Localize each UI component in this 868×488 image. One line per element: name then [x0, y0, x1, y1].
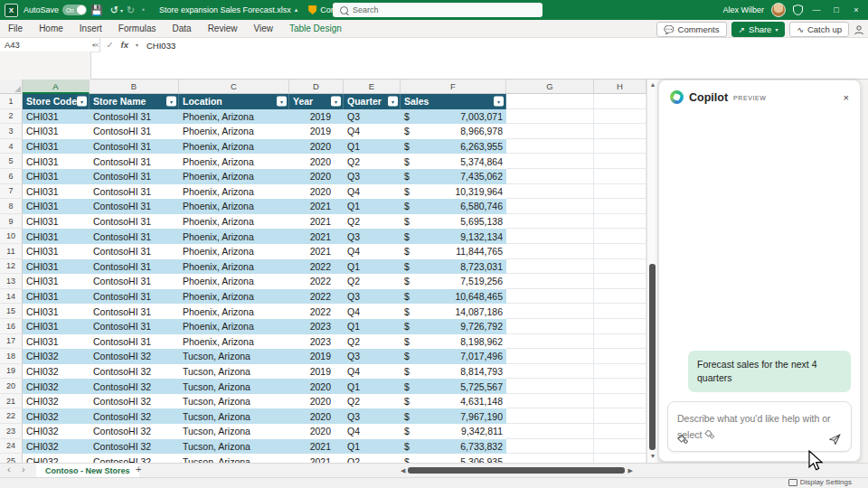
- cell[interactable]: CHI031: [23, 274, 90, 289]
- cell[interactable]: Q4: [344, 124, 401, 139]
- share-button[interactable]: ↗ Share ▾: [731, 22, 786, 37]
- cell[interactable]: ContosoHI 31: [90, 109, 179, 125]
- cell[interactable]: ContosoHI 31: [90, 319, 179, 334]
- cell[interactable]: ContosoHI 32: [90, 364, 179, 380]
- cell[interactable]: ContosoHI 32: [90, 408, 179, 424]
- row-number[interactable]: 11: [0, 244, 23, 259]
- empty-cell[interactable]: [506, 364, 594, 380]
- row-number[interactable]: 5: [0, 154, 23, 169]
- cell[interactable]: 2020: [289, 139, 344, 155]
- cell[interactable]: ContosoHI 31: [90, 124, 179, 139]
- restore-button[interactable]: □: [830, 5, 843, 14]
- filter-icon[interactable]: ▾: [277, 97, 287, 107]
- row-number[interactable]: 14: [0, 289, 23, 305]
- cancel-entry-icon[interactable]: ×: [94, 40, 99, 50]
- cell[interactable]: Q1: [344, 199, 401, 214]
- empty-cell[interactable]: [594, 184, 646, 200]
- cell[interactable]: Tucson, Arizona: [179, 454, 289, 463]
- column-header-f[interactable]: F: [401, 80, 506, 94]
- cell[interactable]: 2021: [289, 199, 344, 214]
- cell[interactable]: Phoenix, Arizona: [179, 214, 289, 230]
- scroll-right-icon[interactable]: ▶: [627, 467, 632, 474]
- people-icon[interactable]: [854, 24, 864, 35]
- cell[interactable]: $14,087,186: [401, 304, 506, 319]
- cell[interactable]: Q2: [344, 454, 401, 463]
- cell[interactable]: Q1: [344, 319, 401, 334]
- copilot-input[interactable]: Describe what you'd like help with or se…: [667, 401, 852, 452]
- empty-cell[interactable]: [506, 439, 594, 455]
- cell[interactable]: Phoenix, Arizona: [179, 139, 289, 155]
- share-dropdown-icon[interactable]: ▾: [775, 26, 778, 33]
- cell[interactable]: Phoenix, Arizona: [179, 184, 289, 200]
- cell[interactable]: CHI031: [23, 139, 90, 155]
- empty-cell[interactable]: [594, 214, 646, 230]
- cell[interactable]: ContosoHI 32: [90, 379, 179, 394]
- cell[interactable]: Q3: [344, 289, 401, 305]
- confirm-entry-icon[interactable]: ✓: [107, 40, 114, 50]
- cell[interactable]: Q1: [344, 139, 401, 155]
- cell[interactable]: $6,733,832: [401, 439, 506, 455]
- empty-cell[interactable]: [594, 154, 646, 169]
- cell[interactable]: $10,319,964: [401, 184, 506, 200]
- autosave-toggle[interactable]: AutoSave On: [24, 5, 87, 15]
- cell[interactable]: ContosoHI 31: [90, 259, 179, 275]
- empty-cell[interactable]: [506, 454, 594, 463]
- empty-cell[interactable]: [506, 244, 594, 259]
- column-header-a[interactable]: A: [23, 80, 90, 94]
- empty-cell[interactable]: [594, 349, 646, 364]
- empty-cell[interactable]: [506, 334, 594, 350]
- empty-cell[interactable]: [594, 364, 646, 380]
- send-icon[interactable]: [828, 433, 842, 446]
- row-number[interactable]: 22: [0, 408, 23, 424]
- row-number[interactable]: 12: [0, 259, 23, 275]
- empty-cell[interactable]: [506, 139, 594, 155]
- empty-cell[interactable]: [506, 379, 594, 394]
- tab-insert[interactable]: Insert: [71, 20, 110, 38]
- empty-cell[interactable]: [506, 124, 594, 139]
- empty-cell[interactable]: [594, 229, 646, 244]
- cell[interactable]: 2019: [289, 364, 344, 380]
- cell[interactable]: CHI032: [23, 424, 90, 439]
- empty-cell[interactable]: [594, 289, 646, 305]
- cell[interactable]: $6,263,955: [401, 139, 506, 155]
- display-settings-button[interactable]: Display Settings: [788, 478, 852, 486]
- empty-cell[interactable]: [506, 154, 594, 169]
- cell[interactable]: 2022: [289, 274, 344, 289]
- cell[interactable]: $7,003,071: [401, 109, 506, 125]
- empty-cell[interactable]: [506, 94, 594, 109]
- cell[interactable]: CHI031: [23, 244, 90, 259]
- cell[interactable]: Tucson, Arizona: [179, 379, 289, 394]
- row-number[interactable]: 19: [0, 364, 23, 380]
- tab-view[interactable]: View: [245, 20, 281, 38]
- cell[interactable]: Q4: [344, 364, 401, 380]
- cell[interactable]: Phoenix, Arizona: [179, 154, 289, 169]
- header-cell-quarter[interactable]: Quarter▾: [344, 94, 401, 109]
- cell[interactable]: Q1: [344, 379, 401, 394]
- cell[interactable]: $8,966,978: [401, 124, 506, 139]
- cell[interactable]: 2022: [289, 304, 344, 319]
- empty-cell[interactable]: [506, 109, 594, 125]
- empty-cell[interactable]: [594, 139, 646, 155]
- empty-cell[interactable]: [506, 229, 594, 244]
- cell[interactable]: $7,017,496: [401, 349, 506, 364]
- empty-cell[interactable]: [506, 304, 594, 319]
- cell[interactable]: 2021: [289, 214, 344, 230]
- cell[interactable]: $8,814,793: [401, 364, 506, 380]
- cell[interactable]: Q3: [344, 349, 401, 364]
- prompt-guide-icon[interactable]: [677, 435, 688, 445]
- cell[interactable]: CHI032: [23, 439, 90, 455]
- cell[interactable]: $6,580,746: [401, 199, 506, 214]
- cell[interactable]: Phoenix, Arizona: [179, 244, 289, 259]
- cell[interactable]: Q3: [344, 169, 401, 184]
- cell[interactable]: Q2: [344, 214, 401, 230]
- cell[interactable]: CHI031: [23, 169, 90, 184]
- cell[interactable]: ContosoHI 31: [90, 334, 179, 350]
- column-header-d[interactable]: D: [289, 80, 344, 94]
- document-title[interactable]: Store expansion Sales Forecast.xlsx: [159, 5, 291, 14]
- cell[interactable]: Q2: [344, 394, 401, 409]
- cell[interactable]: $8,198,962: [401, 334, 506, 350]
- row-number[interactable]: 25: [0, 454, 23, 463]
- header-cell-year[interactable]: Year▾: [289, 94, 344, 109]
- cell[interactable]: $8,723,031: [401, 259, 506, 275]
- pin-icon[interactable]: ▴: [295, 6, 298, 14]
